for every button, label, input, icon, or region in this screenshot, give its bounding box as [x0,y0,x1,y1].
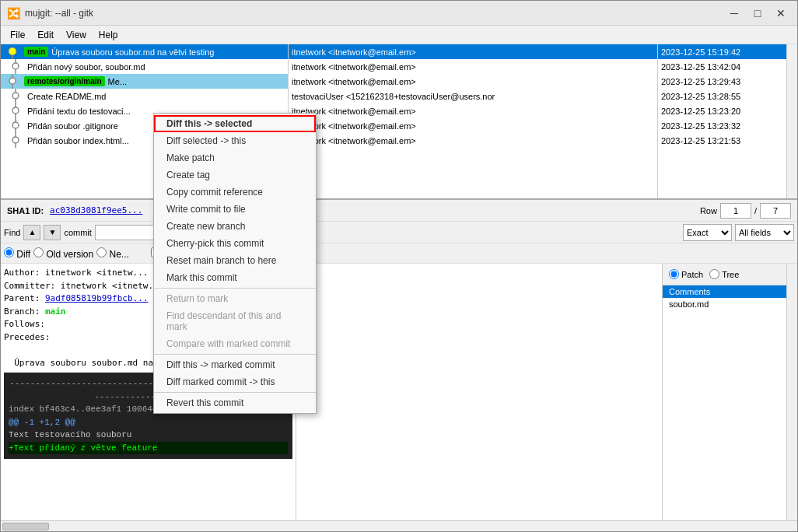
menu-help[interactable]: Help [93,28,124,42]
branch-tag-remote: remotes/origin/main [24,76,105,86]
graph-icon [4,89,27,103]
table-row[interactable]: Create README.md [1,89,288,103]
diff-radio[interactable] [4,247,14,257]
ctx-separator-1 [154,288,316,289]
tree-radio[interactable] [709,269,719,279]
tree-tab-label: Tree [722,270,739,279]
ctx-find-descendant[interactable]: Find descendant of this and mark [154,307,316,335]
date-0: 2023-12-25 15:19:42 [661,47,740,57]
table-row[interactable]: 2023-12-25 13:21:53 [658,133,786,148]
row-label: Row [700,206,717,215]
row-current-input[interactable] [720,203,751,219]
ctx-cherry-pick[interactable]: Cherry-pick this commit [154,235,316,252]
ctx-diff-selected-this[interactable]: Diff selected -> this [154,132,316,149]
list-item[interactable]: Comments [663,285,786,298]
new-radio-label: Ne... [96,247,129,260]
menu-view[interactable]: View [60,28,93,42]
list-item[interactable]: soubor.md [663,298,786,310]
svg-point-0 [9,47,16,55]
find-input[interactable] [95,225,157,240]
svg-point-11 [12,122,19,128]
table-row[interactable]: itnetwork <itnetwork@email.em> [289,59,657,74]
patch-radio[interactable] [669,269,679,279]
vertical-scrollbar[interactable] [786,44,797,198]
table-row[interactable]: itnetwork <itnetwork@email.em> [289,44,657,59]
find-down-button[interactable]: ▼ [44,225,61,240]
sha-value[interactable]: ac038d3081f9ee5... [50,205,142,215]
ctx-create-new-branch[interactable]: Create new branch [154,218,316,235]
main-content: main Úprava souboru soubor.md na větvi t… [1,44,797,531]
sha-bar: SHA1 ID: ac038d3081f9ee5... Row / [1,200,797,222]
new-radio[interactable] [96,247,107,257]
maximize-button[interactable]: □ [747,5,768,22]
table-row[interactable]: 2023-12-25 15:19:42 [658,44,786,59]
patch-radio-label: Patch [669,269,703,279]
graph-icon [1,44,24,59]
table-row[interactable]: 2023-12-25 13:42:04 [658,59,786,74]
find-label: Find [4,228,20,237]
all-fields-select[interactable]: All fields Comments Author [735,224,794,241]
table-row[interactable]: 2023-12-25 13:23:20 [658,103,786,118]
date-4: 2023-12-25 13:23:20 [661,107,740,116]
horizontal-scrollbar-thumb[interactable] [2,523,49,530]
svg-point-13 [12,137,19,143]
row-total-input[interactable] [760,203,791,219]
ctx-return-to-mark[interactable]: Return to mark [154,290,316,307]
app-icon: 🔀 [7,7,20,19]
ctx-make-patch[interactable]: Make patch [154,149,316,166]
table-row[interactable]: itnetwork <itnetwork@email.em> [289,133,657,148]
ctx-compare-marked[interactable]: Compare with marked commit [154,335,316,352]
svg-point-5 [9,78,16,84]
table-row[interactable]: 2023-12-25 13:28:55 [658,89,786,103]
diff-label: Diff [16,249,30,260]
date-6: 2023-12-25 13:21:53 [661,136,740,145]
ctx-write-commit-file[interactable]: Write commit to file [154,201,316,218]
diff-radio-label: Diff [4,247,30,260]
ctx-copy-commit-ref[interactable]: Copy commit reference [154,184,316,201]
ctx-diff-this-marked[interactable]: Diff this -> marked commit [154,356,316,373]
menu-file[interactable]: File [4,28,31,42]
table-row[interactable]: Přidán nový soubor, soubor.md [1,59,288,74]
find-up-button[interactable]: ▲ [23,225,40,240]
exact-select[interactable]: Exact Regexp IgnCase [683,224,732,241]
graph-icon [1,74,24,89]
branch-tag-main: main [24,47,48,57]
file-name-1: soubor.md [669,299,709,309]
minimize-button[interactable]: ─ [724,5,744,22]
table-row[interactable]: remotes/origin/main Me... [1,74,288,89]
table-row[interactable]: 2023-12-25 13:29:43 [658,74,786,89]
table-row[interactable]: itnetwork <itnetwork@email.em> [289,74,657,89]
ctx-create-tag[interactable]: Create tag [154,166,316,184]
row-nav: Row / [700,203,791,219]
new-label: Ne... [110,249,129,260]
menu-edit[interactable]: Edit [31,28,60,42]
old-version-radio[interactable] [33,247,44,257]
ctx-separator-2 [154,354,316,355]
sha-label: SHA1 ID: [7,206,44,215]
right-vertical-scrollbar[interactable] [786,264,797,520]
menubar: File Edit View Help [1,26,797,44]
parent-sha[interactable]: 9adf085819b99fbcb... [45,293,148,303]
table-row[interactable]: itnetwork <itnetwork@email.em> [289,103,657,118]
table-row[interactable]: itnetwork <itnetwork@email.em> [289,118,657,133]
bottom-scrollbar[interactable] [1,520,797,531]
table-row[interactable]: testovaciUser <152162318+testovaciUser@u… [289,89,657,103]
committer-line: Committer: itnetwork <itnetw... [4,281,163,291]
table-row[interactable]: main Úprava souboru soubor.md na větvi t… [1,44,288,59]
table-row[interactable]: 2023-12-25 13:23:32 [658,118,786,133]
author-column: itnetwork <itnetwork@email.em> itnetwork… [289,44,658,198]
ctx-mark-commit[interactable]: Mark this commit [154,269,316,286]
date-3: 2023-12-25 13:28:55 [661,92,740,101]
old-version-radio-label: Old version [33,247,93,260]
ctx-diff-marked-this[interactable]: Diff marked commit -> this [154,373,316,390]
titlebar-left: 🔀 mujgit: --all - gitk [7,7,93,19]
author-3: testovaciUser <152162318+testovaciUser@u… [292,92,495,101]
graph-icon [4,133,27,148]
ctx-reset-main[interactable]: Reset main branch to here [154,252,316,269]
date-2: 2023-12-25 13:29:43 [661,77,740,86]
ctx-diff-this-selected[interactable]: Diff this -> selected [154,115,316,132]
ctx-revert-commit[interactable]: Revert this commit [154,394,316,411]
svg-point-7 [12,93,19,99]
file-list-header: Patch Tree [663,264,786,285]
close-button[interactable]: ✕ [771,5,791,22]
